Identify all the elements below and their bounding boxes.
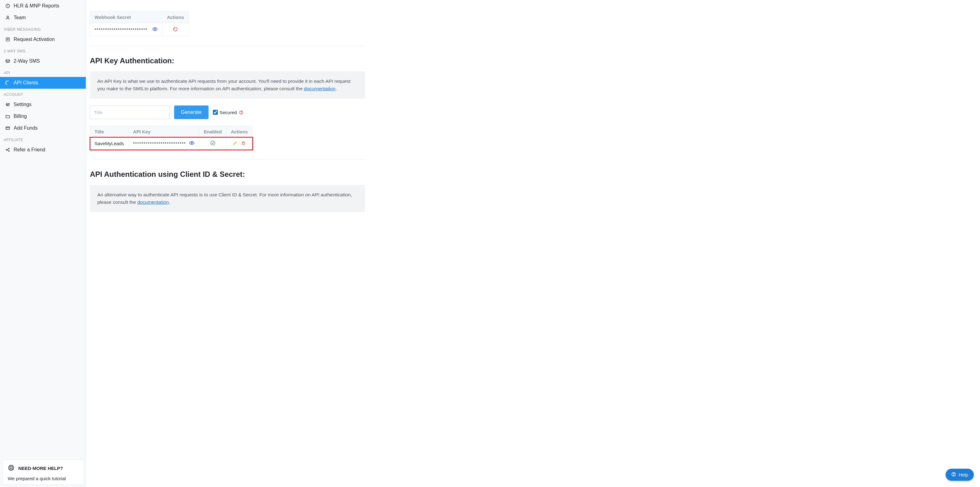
folder-icon: [5, 113, 11, 119]
sidebar-section-account: ACCOUNT: [0, 89, 86, 99]
documentation-link[interactable]: documentation: [137, 200, 169, 205]
sidebar-item-label: HLR & MNP Reports: [14, 3, 59, 9]
svg-point-4: [6, 84, 6, 85]
sidebar-item-label: Team: [14, 15, 26, 21]
generate-button[interactable]: Generate: [174, 105, 208, 119]
svg-point-7: [9, 104, 10, 105]
client-secret-heading: API Authentication using Client ID & Sec…: [90, 170, 365, 179]
svg-point-6: [8, 105, 8, 106]
help-widget-button[interactable]: Help: [946, 469, 974, 481]
help-card-body: We prepared a quick tutorial: [8, 476, 78, 481]
lifebuoy-icon: [8, 465, 14, 472]
sidebar-item-label: Add Funds: [14, 125, 38, 131]
card-icon: [5, 125, 11, 131]
sidebar-item-request-activation[interactable]: Request Activation: [0, 34, 86, 45]
help-card-title-text: NEED MORE HELP?: [18, 466, 63, 471]
client-secret-info-box: An alternative way to authenticate API r…: [90, 185, 365, 212]
svg-point-17: [191, 142, 193, 144]
sidebar-item-label: 2-Way SMS: [14, 58, 40, 64]
edit-api-key-button[interactable]: [233, 141, 237, 147]
col-actions: Actions: [162, 11, 189, 23]
sidebar-section-viber: VIBER MESSAGING: [0, 24, 86, 34]
sidebar-item-label: Refer a Friend: [14, 147, 45, 153]
signal-icon: [5, 80, 11, 86]
sidebar-item-label: Request Activation: [14, 37, 55, 42]
reveal-secret-button[interactable]: [152, 26, 158, 33]
svg-point-14: [154, 29, 156, 30]
sidebar-section-api: API: [0, 67, 86, 77]
col-enabled: Enabled: [199, 126, 226, 137]
svg-point-20: [953, 475, 954, 476]
secured-checkbox-wrap[interactable]: Secured: [213, 110, 243, 115]
sidebar-item-label: Settings: [14, 102, 32, 107]
api-key-value: *************************: [133, 141, 186, 146]
info-text: An alternative way to authenticate API r…: [97, 192, 352, 205]
sidebar: HLR & MNP Reports Team VIBER MESSAGING R…: [0, 0, 86, 487]
secured-checkbox[interactable]: [213, 110, 218, 115]
col-api-key: API Key: [129, 126, 199, 137]
svg-rect-3: [6, 60, 10, 62]
sidebar-section-2way: 2-WAY SMS: [0, 45, 86, 55]
sidebar-section-affiliate: AFFILIATE: [0, 134, 86, 144]
api-key-row: SaveMyLeads *************************: [90, 137, 253, 150]
main-content: Webhook Secret Actions *****************…: [86, 0, 980, 487]
svg-point-10: [9, 148, 10, 149]
svg-point-5: [6, 104, 7, 105]
sidebar-item-settings[interactable]: Settings: [0, 99, 86, 110]
help-card: NEED MORE HELP? We prepared a quick tuto…: [3, 460, 83, 484]
api-key-row-title: SaveMyLeads: [90, 137, 129, 150]
sidebar-item-api-clients[interactable]: API Clients: [0, 77, 86, 89]
pencil-icon: [233, 141, 237, 147]
regenerate-secret-button[interactable]: [173, 26, 178, 33]
delete-api-key-button[interactable]: [241, 141, 246, 147]
eye-icon: [189, 140, 194, 147]
sliders-icon: [5, 102, 11, 107]
webhook-row: *************************: [90, 23, 189, 36]
documentation-link[interactable]: documentation: [304, 86, 336, 91]
svg-point-9: [6, 150, 7, 150]
svg-point-11: [9, 151, 10, 152]
api-key-auth-heading: API Key Authentication:: [90, 56, 365, 65]
divider: [90, 46, 365, 46]
eye-icon: [152, 26, 158, 33]
sidebar-item-2way-sms[interactable]: 2-Way SMS: [0, 55, 86, 67]
clock-icon: [5, 3, 11, 9]
svg-point-13: [10, 466, 12, 469]
info-suffix: .: [336, 86, 337, 91]
sidebar-item-refer-friend[interactable]: Refer a Friend: [0, 144, 86, 156]
col-webhook-secret: Webhook Secret: [90, 11, 162, 23]
info-suffix: .: [169, 200, 170, 205]
webhook-secret-table: Webhook Secret Actions *****************…: [90, 11, 189, 36]
share-icon: [5, 147, 11, 153]
divider: [90, 159, 365, 160]
enabled-check-icon: [210, 141, 216, 147]
webhook-secret-value: *************************: [94, 27, 148, 32]
trash-icon: [241, 141, 246, 147]
secured-label: Secured: [220, 110, 237, 115]
sidebar-item-hlr-reports[interactable]: HLR & MNP Reports: [0, 0, 86, 12]
sidebar-item-billing[interactable]: Billing: [0, 110, 86, 122]
help-icon[interactable]: [239, 110, 243, 115]
question-icon: [951, 472, 956, 478]
svg-point-18: [211, 141, 215, 145]
col-actions: Actions: [226, 126, 252, 137]
sidebar-item-label: Billing: [14, 113, 27, 119]
form-icon: [5, 37, 11, 42]
svg-rect-8: [6, 127, 10, 129]
sidebar-item-team[interactable]: Team: [0, 12, 86, 24]
sidebar-item-label: API Clients: [14, 80, 38, 86]
svg-point-1: [7, 16, 8, 18]
api-key-title-input[interactable]: [90, 105, 170, 119]
sidebar-item-add-funds[interactable]: Add Funds: [0, 122, 86, 134]
user-icon: [5, 15, 11, 21]
reveal-api-key-button[interactable]: [189, 140, 194, 147]
api-keys-table: Title API Key Enabled Actions SaveMyLead…: [90, 126, 253, 150]
mail-icon: [5, 58, 11, 64]
help-widget-label: Help: [959, 472, 968, 477]
refresh-icon: [173, 26, 178, 33]
generate-key-row: Generate Secured: [90, 105, 365, 119]
api-key-info-box: An API Key is what we use to authenticat…: [90, 71, 365, 99]
col-title: Title: [90, 126, 129, 137]
